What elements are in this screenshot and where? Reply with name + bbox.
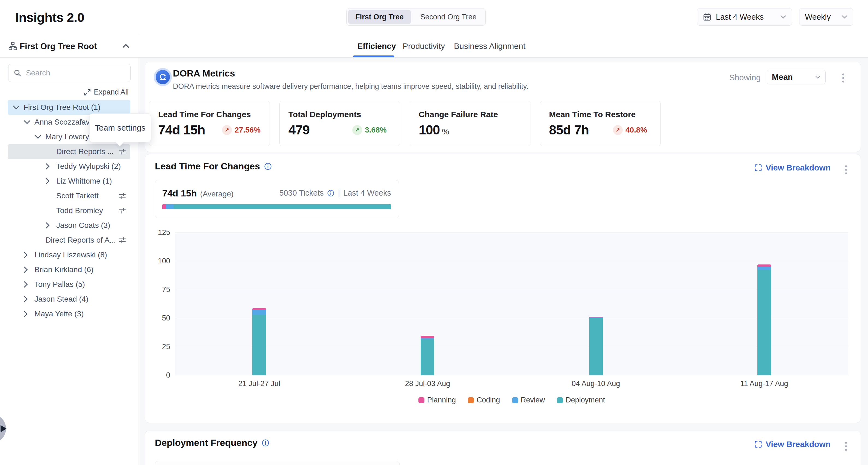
bar-segment-deployment [252, 315, 266, 375]
trend-up-arrow-icon: ↗ [613, 125, 623, 135]
lead-summary-card: 74d 15h (Average) 5030 Tickets | Last 4 … [155, 180, 399, 218]
tree-item-label: Direct Reports ... [56, 147, 114, 156]
team-settings-icon[interactable] [119, 237, 126, 244]
stat-card: Total Deployments479↗3.68% [279, 101, 400, 146]
tab-productivity[interactable]: Productivity [403, 41, 445, 51]
sidebar-search [8, 64, 130, 82]
tab-business-alignment[interactable]: Business Alignment [454, 41, 526, 51]
team-settings-icon[interactable] [119, 148, 126, 155]
tree-item[interactable]: Scott Tarkett [8, 188, 130, 203]
legend-label: Planning [427, 396, 456, 404]
showing-value: Mean [772, 72, 793, 82]
tree-item[interactable]: Direct Reports ... [8, 144, 130, 159]
date-range-select[interactable]: Last 4 Weeks [697, 8, 792, 26]
gridline [175, 347, 848, 347]
tree-item-label: Mary Lowery ( [45, 132, 94, 141]
tab-bar: Efficiency Productivity Business Alignme… [138, 34, 868, 58]
tree-item[interactable]: Liz Whittome (1) [8, 174, 130, 188]
tree-item-label: Brian Kirkland (6) [34, 265, 93, 274]
date-range-value: Last 4 Weeks [716, 12, 764, 22]
granularity-select[interactable]: Weekly [799, 8, 853, 26]
chevron-down-icon [841, 15, 847, 19]
expand-all-button[interactable]: Expand All [84, 88, 129, 96]
chevron-down-icon[interactable] [12, 105, 24, 110]
bar-segment-planning [757, 265, 771, 267]
tree-item[interactable]: Lindsay Liszewski (8) [8, 248, 130, 262]
toggle-first-org-tree[interactable]: First Org Tree [348, 10, 411, 24]
bar-11 Aug-17 Aug[interactable] [757, 265, 771, 375]
dora-kebab-menu[interactable] [841, 72, 846, 84]
team-settings-icon[interactable] [119, 192, 126, 199]
team-settings-icon[interactable] [119, 207, 126, 214]
tree-item[interactable]: Maya Yette (3) [8, 307, 130, 321]
y-axis-tick: 0 [145, 371, 170, 379]
y-axis-tick: 75 [145, 285, 170, 294]
bar-21 Jul-27 Jul[interactable] [252, 308, 266, 375]
granularity-value: Weekly [805, 12, 831, 22]
info-icon[interactable] [327, 189, 335, 197]
team-settings-tooltip: Team settings [89, 113, 151, 142]
trend-up-arrow-icon: ↗ [352, 125, 362, 135]
deploy-kebab-menu[interactable] [843, 440, 848, 453]
stat-card: Change Failure Rate100% [410, 101, 530, 146]
info-icon[interactable] [261, 439, 270, 447]
tab-efficiency[interactable]: Efficiency [357, 41, 396, 51]
toggle-second-org-tree[interactable]: Second Org Tree [413, 10, 484, 24]
sidebar-collapse-button[interactable] [121, 41, 131, 51]
tree-item[interactable]: Brian Kirkland (6) [8, 262, 130, 277]
tree-item-label: Scott Tarkett [56, 191, 99, 200]
chevron-right-icon[interactable] [24, 310, 34, 317]
tree-item[interactable]: Direct Reports of A... [8, 233, 130, 248]
stat-card-value: 100% [419, 122, 449, 137]
y-axis-tick: 25 [145, 343, 170, 351]
legend-swatch [557, 397, 563, 403]
chevron-down-icon[interactable] [34, 135, 45, 139]
info-icon[interactable] [264, 162, 272, 170]
tree-item[interactable]: Tony Pallas (5) [8, 277, 130, 292]
legend-item-review: Review [512, 396, 545, 404]
deploy-view-breakdown-link[interactable]: View Breakdown [754, 440, 831, 449]
lead-average-qualifier: (Average) [200, 190, 234, 198]
lead-kebab-menu[interactable] [843, 164, 848, 176]
chevron-right-icon[interactable] [45, 163, 56, 170]
x-axis-label: 21 Jul-27 Jul [218, 379, 300, 388]
legend-swatch [512, 397, 518, 403]
legend-label: Coding [476, 396, 500, 404]
summary-segment-review [166, 204, 174, 209]
legend-label: Review [521, 396, 545, 404]
x-axis-label: 28 Jul-03 Aug [386, 379, 468, 388]
tree-item-label: Direct Reports of A... [45, 236, 116, 245]
tree-item-label: Tony Pallas (5) [34, 280, 85, 289]
tree-item-label: Anna Scozzafava [34, 118, 94, 126]
stat-card-value: 85d 7h [549, 122, 589, 137]
bar-04 Aug-10 Aug[interactable] [589, 317, 603, 375]
bar-28 Jul-03 Aug[interactable] [421, 336, 434, 375]
tree-item[interactable]: Jason Coats (3) [8, 218, 130, 233]
stat-card-title: Total Deployments [288, 110, 361, 119]
chevron-right-icon[interactable] [45, 222, 56, 229]
chevron-right-icon[interactable] [24, 296, 34, 303]
chevron-down-icon[interactable] [24, 120, 34, 124]
dora-description: DORA metrics measure software delivery p… [173, 82, 528, 91]
tree-item[interactable]: Todd Bromley [8, 203, 130, 218]
tree-item[interactable]: First Org Tree Root (1) [8, 100, 130, 115]
tree-item[interactable]: Jason Stead (4) [8, 292, 130, 307]
search-input[interactable] [25, 68, 125, 78]
chevron-right-icon[interactable] [24, 251, 34, 258]
dora-metrics-panel: DORA Metrics DORA metrics measure softwa… [145, 62, 861, 152]
chevron-right-icon[interactable] [24, 281, 34, 288]
tree-item[interactable]: Teddy Wylupski (2) [8, 159, 130, 174]
lead-view-breakdown-link[interactable]: View Breakdown [754, 163, 831, 173]
tree-item-label: Maya Yette (3) [34, 310, 84, 318]
bar-segment-deployment [757, 270, 771, 375]
legend-item-coding: Coding [468, 396, 500, 404]
y-axis-tick: 50 [145, 314, 170, 322]
showing-select[interactable]: Mean [767, 70, 826, 85]
expand-corners-icon [754, 164, 762, 172]
stat-delta-percent: 27.56% [235, 126, 260, 134]
chevron-right-icon[interactable] [24, 266, 34, 273]
chevron-right-icon[interactable] [45, 178, 56, 185]
dora-title: DORA Metrics [173, 68, 235, 79]
tree-item-label: Lindsay Liszewski (8) [34, 251, 107, 259]
separator: | [338, 188, 340, 197]
